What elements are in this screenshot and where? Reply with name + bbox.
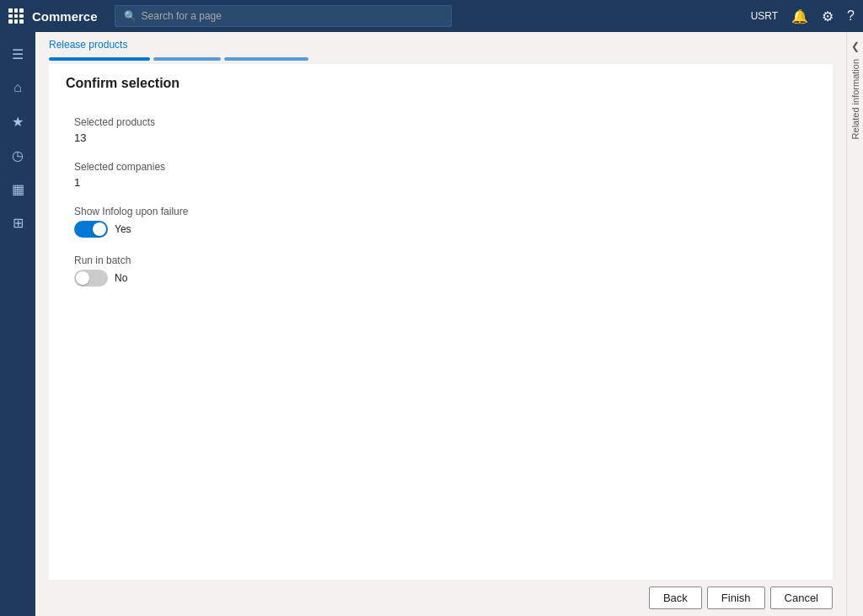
help-icon[interactable]: ? <box>847 8 855 24</box>
sidebar-item-calendar[interactable]: ▦ <box>3 174 33 204</box>
selected-companies-field: Selected companies 1 <box>74 161 807 189</box>
main-content: Release products Confirm selection Selec… <box>35 32 846 616</box>
sidebar-item-modules[interactable]: ⊞ <box>3 207 33 238</box>
infolog-toggle-row: Yes <box>74 221 807 238</box>
batch-toggle-group: Run in batch No <box>74 254 807 287</box>
selected-companies-value: 1 <box>74 176 807 189</box>
topnav-right-area: USRT 🔔 ⚙ ? <box>751 8 855 24</box>
footer-area: Back Finish Cancel <box>35 580 846 616</box>
card-title: Confirm selection <box>66 76 180 90</box>
left-sidebar: ☰ ⌂ ★ ◷ ▦ ⊞ <box>0 32 35 616</box>
batch-toggle[interactable] <box>74 270 108 287</box>
infolog-toggle-text: Yes <box>115 223 131 235</box>
settings-icon[interactable]: ⚙ <box>822 8 834 24</box>
main-layout: ☰ ⌂ ★ ◷ ▦ ⊞ Release products Confirm sel… <box>0 32 863 616</box>
batch-label: Run in batch <box>74 254 807 266</box>
search-bar[interactable]: 🔍 <box>115 5 452 27</box>
batch-toggle-text: No <box>115 272 127 284</box>
infolog-toggle-group: Show Infolog upon failure Yes <box>74 206 807 238</box>
card-body: Selected products 13 Selected companies … <box>49 99 833 580</box>
batch-toggle-thumb <box>76 271 89 285</box>
selected-products-field: Selected products 13 <box>74 116 807 144</box>
sidebar-item-home[interactable]: ⌂ <box>3 72 33 103</box>
infolog-toggle[interactable] <box>74 221 108 238</box>
sidebar-item-recent[interactable]: ◷ <box>3 140 33 170</box>
step-bar-3 <box>224 57 308 61</box>
card-header: Confirm selection <box>49 64 833 99</box>
sidebar-item-favorites[interactable]: ★ <box>3 106 33 137</box>
selected-companies-label: Selected companies <box>74 161 807 173</box>
selected-products-label: Selected products <box>74 116 807 128</box>
confirm-selection-card: Confirm selection Selected products 13 S… <box>49 64 833 580</box>
breadcrumb[interactable]: Release products <box>35 32 846 51</box>
top-navigation: Commerce 🔍 USRT 🔔 ⚙ ? <box>0 0 863 32</box>
user-label: USRT <box>751 10 778 22</box>
breadcrumb-text: Release products <box>49 39 127 51</box>
notification-icon[interactable]: 🔔 <box>791 8 808 24</box>
cancel-button[interactable]: Cancel <box>770 587 833 609</box>
right-panel-chevron-icon: ❮ <box>851 40 860 52</box>
batch-toggle-row: No <box>74 270 807 287</box>
progress-steps <box>35 51 846 64</box>
sidebar-item-menu[interactable]: ☰ <box>3 39 33 69</box>
right-panel[interactable]: ❮ Related information <box>846 32 863 616</box>
app-grid-icon[interactable] <box>8 8 24 24</box>
step-bar-1 <box>49 57 150 61</box>
search-icon: 🔍 <box>124 10 137 22</box>
content-area: Confirm selection Selected products 13 S… <box>35 64 846 580</box>
batch-toggle-track <box>74 270 108 287</box>
right-panel-label: Related information <box>850 59 860 139</box>
back-button[interactable]: Back <box>649 587 702 609</box>
finish-button[interactable]: Finish <box>707 587 765 609</box>
search-input[interactable] <box>142 10 442 22</box>
infolog-toggle-track <box>74 221 108 238</box>
selected-products-value: 13 <box>74 131 807 144</box>
app-title: Commerce <box>32 9 98 24</box>
infolog-label: Show Infolog upon failure <box>74 206 807 217</box>
infolog-toggle-thumb <box>93 222 106 236</box>
step-bar-2 <box>153 57 221 61</box>
